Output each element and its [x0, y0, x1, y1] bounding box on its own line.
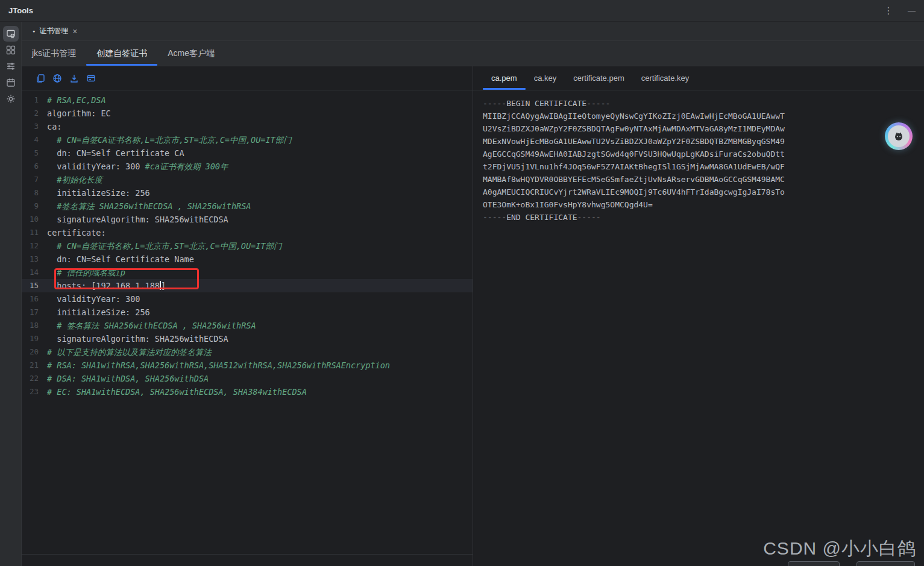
certificate-line: -----BEGIN CERTIFICATE-----	[483, 97, 914, 110]
file-tab-certificate.pem[interactable]: certificate.pem	[565, 66, 633, 90]
export-public-key-button[interactable]: 导出证书公钥	[788, 561, 840, 566]
editor-line[interactable]: 15 hosts: [192.168.1.188]	[22, 279, 473, 292]
line-number: 1	[22, 93, 47, 107]
content-area: 1# RSA,EC,DSA2algorithm: EC3ca:4 # CN=自签…	[22, 66, 924, 566]
sliders-icon[interactable]	[3, 58, 19, 74]
editor-line[interactable]: 16 validityYear: 300	[22, 292, 473, 306]
certificate-file-tabs: ca.pemca.keycertificate.pemcertificate.k…	[473, 66, 924, 90]
titlebar-controls: ⋮ —	[884, 6, 916, 16]
modified-dot-icon: ●	[33, 29, 35, 33]
watermark: CSDN @小小白鸽	[763, 536, 916, 561]
editor-line[interactable]: 10 signatureAlgorithm: SHA256withECDSA	[22, 213, 473, 226]
line-number: 16	[22, 292, 47, 306]
line-number: 23	[22, 385, 47, 398]
editor-line[interactable]: 22# DSA: SHA1withDSA, SHA256withDSA	[22, 372, 473, 385]
editor-line[interactable]: 3ca:	[22, 120, 473, 133]
titlebar: JTools ⋮ —	[0, 0, 924, 22]
file-tab-strip: ● 证书管理 ×	[22, 22, 924, 41]
editor-line[interactable]: 2algorithm: EC	[22, 107, 473, 120]
line-number: 3	[22, 120, 47, 133]
line-number: 21	[22, 359, 47, 372]
line-number: 9	[22, 200, 47, 213]
editor-line[interactable]: 12 # CN=自签证书名称,L=北京市,ST=北京,C=中国,OU=IT部门	[22, 239, 473, 253]
editor-line[interactable]: 11certificate:	[22, 226, 473, 239]
line-number: 19	[22, 332, 47, 345]
tool-window-bar	[0, 22, 22, 566]
line-number: 5	[22, 146, 47, 160]
line-number: 4	[22, 133, 47, 146]
apps-grid-icon[interactable]	[3, 42, 19, 58]
nav-tabs: jks证书管理创建自签证书Acme客户端	[22, 41, 924, 66]
app-window: JTools ⋮ —	[0, 0, 924, 566]
file-tab-ca.pem[interactable]: ca.pem	[483, 66, 526, 90]
jtools-logo	[885, 122, 913, 150]
certificate-line: AgEGCCqGSM49AwEHA0IABJzgtSGwd4q0FVSU3HQw…	[483, 148, 914, 160]
export-private-key-button[interactable]: 导出证书私钥	[856, 561, 915, 566]
editor-line[interactable]: 14 # 信任的域名或ip	[22, 266, 473, 279]
editor-lines: 1# RSA,EC,DSA2algorithm: EC3ca:4 # CN=自签…	[22, 93, 473, 398]
certificate-tool-icon[interactable]	[3, 26, 19, 42]
line-number: 6	[22, 160, 47, 173]
line-number: 18	[22, 319, 47, 332]
editor-line[interactable]: 20# 以下是支持的算法以及算法对应的签名算法	[22, 345, 473, 359]
file-tab-ca.key[interactable]: ca.key	[526, 66, 565, 90]
close-tab-icon[interactable]: ×	[72, 27, 77, 36]
editor-pane: 1# RSA,EC,DSA2algorithm: EC3ca:4 # CN=自签…	[22, 66, 473, 566]
line-number: 17	[22, 306, 47, 319]
certificate-line: OTE3OmK+oBx1IG0FvsHpY8vhwg5OMCQgd4U=	[483, 198, 914, 211]
copy-document-icon[interactable]	[35, 73, 46, 84]
editor-line[interactable]: 17 initializeSize: 256	[22, 306, 473, 319]
app-title: JTools	[8, 6, 33, 15]
editor-line[interactable]: 13 dn: CN=Self Certificate Name	[22, 253, 473, 266]
line-number: 14	[22, 266, 47, 279]
line-number: 15	[22, 279, 47, 292]
line-number: 20	[22, 345, 47, 359]
certificate-line: U2VsZiBDZXJ0aWZpY2F0ZSBDQTAgFw0yNTAxMjAw…	[483, 122, 914, 135]
certificate-line: MDExNVowHjEcMBoGA1UEAwwTU2VsZiBDZXJ0aWZp…	[483, 135, 914, 148]
line-number: 2	[22, 107, 47, 120]
nav-tab-0[interactable]: jks证书管理	[22, 41, 86, 66]
editor-line[interactable]: 9 #签名算法 SHA256withECDSA , SHA256withRSA	[22, 200, 473, 213]
editor-line[interactable]: 4 # CN=自签CA证书名称,L=北京市,ST=北京,C=中国,OU=IT部门	[22, 133, 473, 146]
editor-line[interactable]: 1# RSA,EC,DSA	[22, 93, 473, 107]
line-number: 8	[22, 186, 47, 200]
certificate-pane: ca.pemca.keycertificate.pemcertificate.k…	[473, 66, 924, 566]
editor-line[interactable]: 18 # 签名算法 SHA256withECDSA , SHA256withRS…	[22, 319, 473, 332]
kebab-menu-icon[interactable]: ⋮	[884, 6, 893, 16]
editor-line[interactable]: 8 initializeSize: 256	[22, 186, 473, 200]
certificate-text-view[interactable]: -----BEGIN CERTIFICATE-----MIIBZjCCAQygA…	[473, 90, 924, 230]
editor-line[interactable]: 23# EC: SHA1withECDSA, SHA256withECDSA, …	[22, 385, 473, 398]
editor-line[interactable]: 5 dn: CN=Self Certificate CA	[22, 146, 473, 160]
certificate-line: MAMBAf8wHQYDVR0OBBYEFEcM5eGSmfaeZtjUvNsA…	[483, 173, 914, 186]
minimize-icon[interactable]: —	[908, 7, 916, 14]
line-number: 11	[22, 226, 47, 239]
download-icon[interactable]	[69, 73, 80, 84]
editor-line[interactable]: 19 signatureAlgorithm: SHA256withECDSA	[22, 332, 473, 345]
line-number: 12	[22, 239, 47, 253]
file-tab-label: 证书管理	[39, 26, 68, 36]
nav-tab-1[interactable]: 创建自签证书	[86, 41, 157, 66]
line-number: 10	[22, 213, 47, 226]
editor-toolbar	[22, 66, 473, 90]
editor-line[interactable]: 6 validityYear: 300 #ca证书有效期 300年	[22, 160, 473, 173]
globe-icon[interactable]	[52, 73, 63, 84]
editor-line[interactable]: 21# RSA: SHA1withRSA,SHA256withRSA,SHA51…	[22, 359, 473, 372]
settings-gear-icon[interactable]	[3, 91, 19, 107]
certificate-line: MIIBZjCCAQygAwIBAgIIeQtomyeQyNswCgYIKoZI…	[483, 110, 914, 122]
line-number: 13	[22, 253, 47, 266]
calendar-icon[interactable]	[3, 75, 19, 90]
certificate-line: A0gAMEUCIQCRIUCvYjrt2WRaVLIEc9MOQIj9Tc6U…	[483, 186, 914, 198]
editor-line[interactable]: 7 #初始化长度	[22, 173, 473, 186]
line-number: 22	[22, 372, 47, 385]
card-icon[interactable]	[86, 73, 96, 84]
certificate-line: t2FDjVU5j1VLnu1hf4JOq56wF5Z7AIAKtBhegISl…	[483, 160, 914, 173]
line-number: 7	[22, 173, 47, 186]
file-tab-certificate-manager[interactable]: ● 证书管理 ×	[27, 22, 83, 40]
yaml-editor[interactable]: 1# RSA,EC,DSA2algorithm: EC3ca:4 # CN=自签…	[22, 90, 473, 555]
file-tab-certificate.key[interactable]: certificate.key	[633, 66, 697, 90]
jtools-logo-glyph	[888, 125, 910, 147]
certificate-line: -----END CERTIFICATE-----	[483, 211, 914, 224]
nav-tab-2[interactable]: Acme客户端	[157, 41, 225, 66]
